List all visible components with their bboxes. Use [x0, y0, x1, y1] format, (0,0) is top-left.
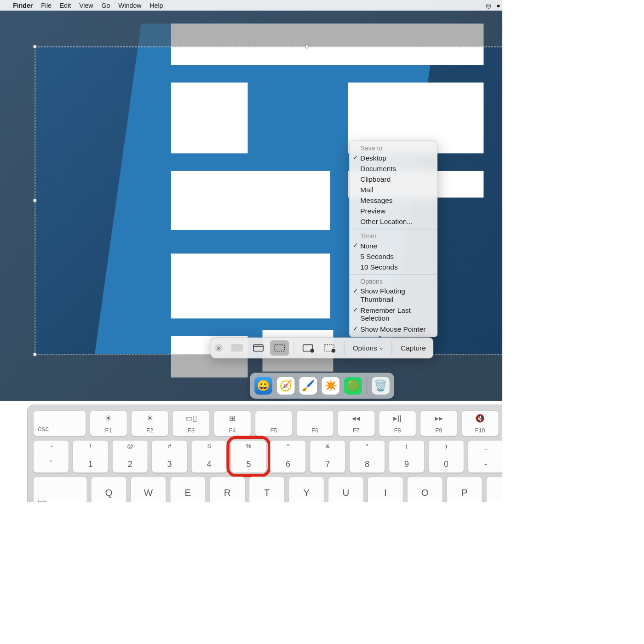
key: ⊞F4 [213, 410, 251, 436]
finder-icon[interactable]: 😀 [254, 377, 272, 394]
svg-point-5 [310, 349, 314, 352]
key: ☀︎F1 [90, 410, 127, 436]
capture-window-button[interactable] [249, 340, 268, 356]
menu-item[interactable]: Clipboard [350, 174, 437, 184]
keyboard-photo: esc☀︎F1☀F2▭▯F3⊞F4F5F6◂◂F7▸||F8▸▸F9🔇F10🔉F… [0, 401, 502, 502]
menu-item[interactable]: Desktop [350, 153, 437, 163]
menu-section-header: Timer [350, 231, 437, 241]
key: ◂◂F7 [337, 410, 375, 436]
menu-item[interactable]: Show Mouse Pointer [350, 324, 437, 334]
menu-item[interactable]: Documents [350, 163, 437, 174]
trash-icon[interactable]: 🗑️ [372, 377, 389, 394]
menu-item[interactable]: Preview [350, 206, 437, 216]
svg-rect-0 [232, 344, 243, 351]
menu-section-header: Save to [350, 144, 437, 153]
key: *8 [349, 440, 385, 473]
menu-item[interactable]: 10 Seconds [350, 262, 437, 272]
status-icon[interactable]: ◎ [486, 1, 492, 9]
dock: 😀 🧭 🖌️ ✴️ 🟢 🗑️ [250, 373, 394, 398]
key: tab [33, 477, 87, 502]
safari-icon[interactable]: 🧭 [277, 377, 294, 394]
key: 🔇F10 [461, 410, 499, 436]
key: Y [288, 477, 324, 502]
menu-edit[interactable]: Edit [60, 2, 71, 9]
key: ^6 [270, 440, 306, 473]
menu-item[interactable]: Mail [350, 184, 437, 195]
menu-item[interactable]: None [350, 241, 437, 251]
key: F5 [255, 410, 293, 436]
capture-entire-screen-button[interactable] [228, 340, 247, 356]
menu-item[interactable]: 5 Seconds [350, 251, 437, 262]
menu-go[interactable]: Go [102, 2, 110, 9]
key: ▸||F8 [379, 410, 416, 436]
key: ~` [33, 440, 69, 473]
highlighted-key: %5 [230, 440, 266, 473]
svg-point-7 [332, 349, 335, 352]
record-selection-button[interactable] [320, 340, 339, 356]
menu-item[interactable]: Show Floating Thumbnail [350, 286, 437, 305]
status-icon[interactable]: ● [496, 2, 500, 9]
key: F6 [296, 410, 334, 436]
menu-window[interactable]: Window [118, 2, 141, 9]
screenshot-options-menu: Save toDesktopDocumentsClipboardMailMess… [349, 140, 437, 337]
key: (9 [389, 440, 425, 473]
screenshot-toolbar: ✕ Options⌄ Capture [211, 337, 434, 358]
menu-item[interactable]: Other Location... [350, 217, 437, 227]
app-icon[interactable]: 🖌️ [299, 377, 317, 394]
menu-item[interactable]: Messages [350, 195, 437, 206]
key: #3 [151, 440, 187, 473]
key: W [130, 477, 166, 502]
capture-button[interactable]: Capture [397, 344, 429, 352]
slack-icon[interactable]: ✴️ [322, 377, 339, 394]
status-area: ◎ ● Ⓜ ᚼ 󾓦 65% ▮▯ Thu 22 Oct 12:56 🔍 ◉ ≡ [486, 1, 502, 10]
menubar: Finder File Edit View Go Window Help ◎ ●… [0, 0, 502, 11]
app-name[interactable]: Finder [13, 2, 33, 9]
key: @2 [112, 440, 148, 473]
whatsapp-icon[interactable]: 🟢 [344, 377, 362, 394]
key: O [407, 477, 443, 502]
record-screen-button[interactable] [299, 340, 318, 356]
menu-view[interactable]: View [79, 2, 93, 9]
key: _- [468, 440, 502, 473]
menu-help[interactable]: Help [150, 2, 163, 9]
svg-rect-1 [253, 345, 263, 351]
key: !1 [73, 440, 109, 473]
key: R [209, 477, 245, 502]
key: E [170, 477, 206, 502]
key: {[ [486, 477, 502, 502]
svg-rect-3 [275, 345, 284, 351]
key: &7 [310, 440, 345, 473]
options-button[interactable]: Options⌄ [349, 344, 387, 352]
key: esc [33, 410, 86, 436]
macos-desktop: Finder File Edit View Go Window Help ◎ ●… [0, 0, 502, 401]
key: ☀F2 [131, 410, 169, 436]
capture-selection-button[interactable] [270, 340, 289, 356]
key: ▸▸F9 [420, 410, 458, 436]
key: I [368, 477, 403, 502]
apple-keyboard: esc☀︎F1☀F2▭▯F3⊞F4F5F6◂◂F7▸||F8▸▸F9🔇F10🔉F… [27, 405, 502, 502]
key: Q [91, 477, 126, 502]
menu-item[interactable]: Remember Last Selection [350, 305, 437, 324]
key: P [447, 477, 483, 502]
key: )0 [428, 440, 464, 473]
key: T [249, 477, 285, 502]
menu-file[interactable]: File [41, 2, 52, 9]
key: ▭▯F3 [172, 410, 210, 436]
menu-section-header: Options [350, 276, 437, 286]
key: $4 [191, 440, 227, 473]
close-button[interactable]: ✕ [215, 344, 223, 352]
key: U [328, 477, 364, 502]
